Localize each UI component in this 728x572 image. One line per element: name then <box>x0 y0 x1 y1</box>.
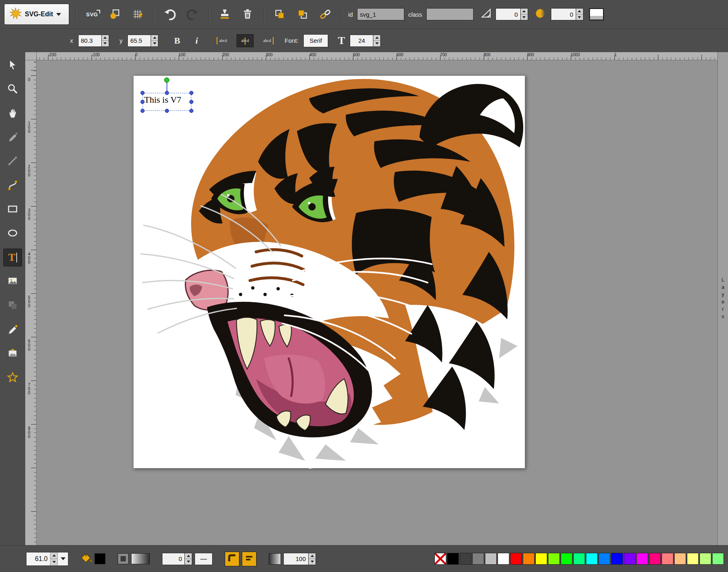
document-properties-button[interactable] <box>105 5 124 24</box>
stepper-up[interactable] <box>102 35 109 41</box>
layers-panel-toggle[interactable]: Layers <box>717 52 728 545</box>
text-anchor-middle-button[interactable]: abcd <box>237 34 254 47</box>
stepper-up[interactable] <box>309 553 316 559</box>
gradient-preview-button[interactable] <box>131 553 150 564</box>
y-coordinate-input[interactable] <box>127 35 151 47</box>
selection-handle-e[interactable] <box>189 100 193 104</box>
palette-swatch[interactable] <box>460 553 471 565</box>
stroke-dash-select[interactable]: — <box>195 553 213 565</box>
selection-handle-ne[interactable] <box>189 91 193 95</box>
palette-swatch[interactable] <box>510 553 522 565</box>
zoom-dropdown-button[interactable] <box>57 552 68 565</box>
palette-swatch[interactable] <box>548 553 560 565</box>
background-color-swatch[interactable] <box>589 8 604 20</box>
ellipse-tool-button[interactable] <box>3 224 22 242</box>
selection-handle-sw[interactable] <box>140 109 145 113</box>
palette-swatch[interactable] <box>447 553 459 565</box>
undo-button[interactable] <box>160 5 179 24</box>
move-to-bottom-button[interactable] <box>270 5 289 24</box>
selection-handle-se[interactable] <box>189 109 193 113</box>
stepper-down[interactable] <box>309 559 316 565</box>
font-family-button[interactable]: Serif <box>303 34 328 47</box>
palette-swatch[interactable] <box>586 553 598 565</box>
zoom-value[interactable]: 61.0 <box>26 555 50 563</box>
palette-swatch[interactable] <box>599 553 610 565</box>
element-class-input[interactable] <box>426 8 474 20</box>
stepper-down[interactable] <box>185 559 192 565</box>
palette-swatch[interactable] <box>535 553 547 565</box>
element-id-input[interactable] <box>357 8 404 20</box>
shape-library-tool-button[interactable] <box>3 297 22 315</box>
stepper-down[interactable] <box>151 40 158 46</box>
editor-preferences-button[interactable] <box>128 5 147 24</box>
stroke-width-input[interactable] <box>162 553 185 565</box>
select-tool-button[interactable] <box>3 56 22 74</box>
clone-button[interactable] <box>215 5 234 24</box>
stepper-down[interactable] <box>102 40 109 46</box>
move-to-top-button[interactable] <box>293 5 312 24</box>
stepper-up[interactable] <box>373 35 380 41</box>
canvas-text-element[interactable]: This is V7 <box>144 95 181 105</box>
selection-handle-s[interactable] <box>165 109 169 113</box>
text-tool-button[interactable]: T <box>3 249 22 266</box>
stepper-down[interactable] <box>576 14 583 20</box>
background-image-tool-button[interactable] <box>3 345 22 363</box>
rotate-handle[interactable] <box>164 77 169 83</box>
palette-swatch[interactable] <box>712 553 724 565</box>
stroke-color-swatch[interactable] <box>118 553 129 564</box>
zoom-control: 61.0 <box>26 552 68 566</box>
font-size-input[interactable] <box>350 35 373 47</box>
palette-swatch[interactable] <box>687 553 699 565</box>
redo-button[interactable] <box>183 5 202 24</box>
palette-swatch[interactable] <box>573 553 585 565</box>
rect-tool-button[interactable] <box>3 200 22 218</box>
star-tool-button[interactable] <box>3 369 22 387</box>
source-editor-button[interactable]: SVG <box>83 5 101 24</box>
italic-button[interactable]: i <box>189 33 204 48</box>
palette-swatch[interactable] <box>498 553 509 565</box>
palette-swatch[interactable] <box>674 553 686 565</box>
stepper-up[interactable] <box>151 35 158 41</box>
palette-swatch-none[interactable] <box>434 553 446 565</box>
linejoin-button[interactable] <box>225 552 239 566</box>
angle-input[interactable] <box>496 8 521 20</box>
fill-color-swatch[interactable] <box>94 553 105 564</box>
palette-swatch[interactable] <box>624 553 636 565</box>
make-link-button[interactable] <box>316 5 335 24</box>
palette-swatch[interactable] <box>699 553 711 565</box>
linecap-button[interactable] <box>242 552 257 566</box>
palette-swatch[interactable] <box>662 553 673 565</box>
x-coordinate-input[interactable] <box>78 35 102 47</box>
palette-swatch[interactable] <box>649 553 661 565</box>
stepper-down[interactable] <box>373 40 380 46</box>
tiger-artwork[interactable] <box>134 76 526 469</box>
pencil-tool-button[interactable] <box>3 128 22 146</box>
stepper-down[interactable] <box>521 14 528 20</box>
stepper-up[interactable] <box>50 552 57 559</box>
image-tool-button[interactable] <box>3 273 22 290</box>
palette-swatch[interactable] <box>611 553 623 565</box>
text-anchor-end-button[interactable]: abcd <box>259 34 276 47</box>
palette-swatch[interactable] <box>472 553 484 565</box>
palette-swatch[interactable] <box>485 553 497 565</box>
zoom-tool-button[interactable] <box>3 80 22 98</box>
path-tool-button[interactable] <box>3 176 22 194</box>
stepper-up[interactable] <box>521 9 528 14</box>
palette-swatch[interactable] <box>523 553 535 565</box>
stepper-up[interactable] <box>576 9 583 14</box>
palette-swatch[interactable] <box>561 553 572 565</box>
text-anchor-start-button[interactable]: abcd <box>215 34 232 47</box>
logo-menu-button[interactable]: SVG-Edit <box>4 4 69 25</box>
stepper-up[interactable] <box>185 553 192 559</box>
blur-input[interactable] <box>551 8 576 20</box>
bold-button[interactable]: B <box>170 33 184 48</box>
line-tool-button[interactable] <box>3 152 22 170</box>
ruler-label-y: 200 <box>27 165 31 177</box>
delete-button[interactable] <box>238 5 257 24</box>
pan-tool-button[interactable] <box>3 104 22 122</box>
eyedropper-tool-button[interactable] <box>3 321 22 339</box>
svg-canvas[interactable]: This is V7 <box>133 75 525 469</box>
palette-swatch[interactable] <box>636 553 648 565</box>
opacity-input[interactable] <box>283 553 309 565</box>
stepper-down[interactable] <box>50 559 57 565</box>
